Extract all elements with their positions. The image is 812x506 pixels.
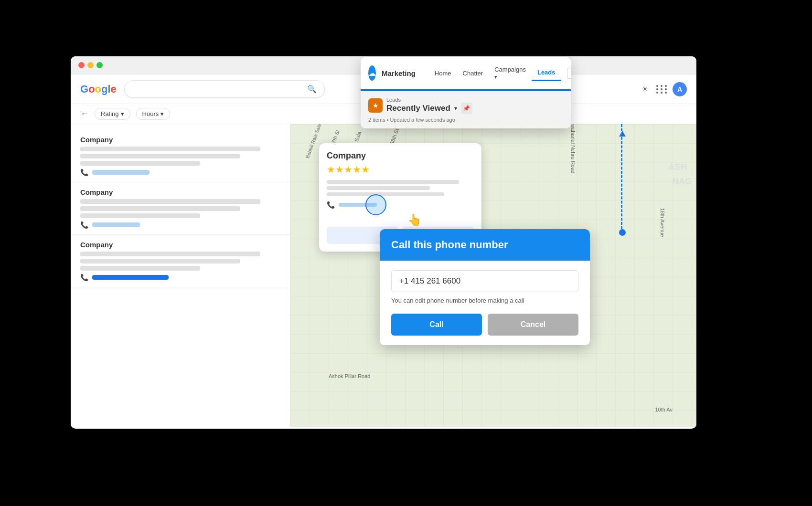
hand-cursor-area: 👆 <box>327 213 474 227</box>
sf-topbar: ☁ Marketing Home Chatter Campaigns ▾ Lea… <box>361 57 571 89</box>
google-search-bar[interactable]: Company 🔍 <box>124 80 325 98</box>
placeholder-line <box>80 206 240 211</box>
map-label: ASH <box>669 162 687 172</box>
map-label: 18th Avenue <box>660 208 666 237</box>
placeholder-line <box>327 192 444 196</box>
sf-sub-info: 2 items • Updated a few seconds ago <box>368 117 563 123</box>
map-label: Ashok Pillar Road <box>329 373 370 379</box>
placeholder-line <box>327 180 459 184</box>
call-actions: Call Cancel <box>391 314 578 336</box>
sf-title-dropdown-button[interactable]: ▾ <box>454 105 457 112</box>
sf-content: ★ Leads Recently Viewed ▾ 📌 2 items • Up… <box>361 91 571 128</box>
brightness-icon[interactable]: ☀ <box>638 83 652 96</box>
popup-phone-row: 📞 <box>327 201 474 209</box>
apps-grid-icon[interactable] <box>655 83 669 96</box>
waypoint-dot <box>619 229 626 236</box>
placeholder-line <box>327 186 430 190</box>
call-popup-body: You can edit phone number before making … <box>380 261 590 345</box>
sf-navigation: Home Chatter Campaigns ▾ Leads <box>429 62 561 84</box>
phone-row: 📞 <box>80 221 280 229</box>
popup-company-name: Company <box>327 151 474 161</box>
sf-title-row: Recently Viewed ▾ 📌 <box>386 103 472 114</box>
placeholder-line <box>80 147 260 151</box>
sf-breadcrumb: Leads <box>386 97 472 103</box>
star-rating: ★★★★★ <box>327 164 474 175</box>
phone-row: 📞 <box>80 169 280 176</box>
sf-nav-home[interactable]: Home <box>429 66 457 81</box>
company-name: Company <box>80 136 280 144</box>
map-label: NAG <box>673 177 692 187</box>
list-item: Company 📞 <box>71 130 290 182</box>
phone-number-input[interactable] <box>391 270 578 292</box>
cancel-button[interactable]: Cancel <box>488 314 578 336</box>
sf-pin-button[interactable]: 📌 <box>461 103 472 114</box>
phone-placeholder <box>92 222 140 227</box>
phone-placeholder <box>92 275 169 280</box>
phone-icon: 📞 <box>80 274 88 281</box>
close-button[interactable] <box>78 62 85 68</box>
sf-nav-chatter[interactable]: Chatter <box>457 66 489 81</box>
placeholder-line <box>80 199 260 204</box>
user-avatar[interactable]: A <box>673 82 687 96</box>
placeholder-line <box>80 154 240 158</box>
phone-icon: 📞 <box>327 201 335 209</box>
company-name: Company <box>80 241 280 249</box>
search-input[interactable]: Company <box>132 85 303 93</box>
arrow-up-icon <box>619 131 626 137</box>
cursor-circle <box>365 194 386 215</box>
sf-top-right: All ▾ 🔍 <box>567 68 571 79</box>
map-label: Jawaharlal Nehru Road <box>571 124 577 173</box>
minimize-button[interactable] <box>87 62 94 68</box>
placeholder-line <box>80 213 200 218</box>
phone-icon: 📞 <box>80 169 88 176</box>
back-button[interactable]: ← <box>80 109 89 119</box>
phone-row: 📞 <box>80 274 280 281</box>
salesforce-logo: ☁ <box>368 65 376 81</box>
chevron-down-icon: ▾ <box>494 74 497 80</box>
maximize-button[interactable] <box>96 62 103 68</box>
call-popup-title: Call this phone number <box>391 239 578 251</box>
google-logo: Google <box>80 83 117 95</box>
call-popup-header: Call this phone number <box>380 229 590 261</box>
sf-nav-leads[interactable]: Leads <box>532 65 561 81</box>
traffic-lights <box>78 62 103 68</box>
phone-icon: 📞 <box>80 221 88 229</box>
placeholder-line <box>80 259 240 264</box>
list-item: Company 📞 <box>71 182 290 235</box>
placeholder-line <box>80 266 200 271</box>
call-button[interactable]: Call <box>391 314 482 336</box>
sf-nav-campaigns[interactable]: Campaigns ▾ <box>489 62 532 84</box>
placeholder-line <box>80 161 200 166</box>
sf-app-name: Marketing <box>382 69 416 77</box>
phone-bar-container <box>339 203 377 207</box>
phone-placeholder <box>92 170 150 175</box>
rating-filter[interactable]: Rating ▾ <box>95 108 130 120</box>
sf-leads-icon: ★ <box>368 98 383 113</box>
placeholder-line <box>80 252 260 256</box>
sf-search-box[interactable]: All ▾ 🔍 <box>567 68 571 79</box>
dashed-line-vertical <box>621 124 622 229</box>
sf-title: Recently Viewed <box>386 104 450 113</box>
edit-hint-text: You can edit phone number before making … <box>391 297 578 304</box>
search-icon: 🔍 <box>307 84 317 94</box>
google-top-right: ☀ A ⓘ <box>638 82 687 96</box>
salesforce-popup: ☁ Marketing Home Chatter Campaigns ▾ Lea… <box>361 57 571 128</box>
call-phone-popup: Call this phone number You can edit phon… <box>380 229 590 345</box>
sf-breadcrumb-row: ★ Leads Recently Viewed ▾ 📌 <box>368 97 563 114</box>
sidebar: Company 📞 Company 📞 <box>71 124 290 427</box>
company-name: Company <box>80 188 280 196</box>
popup-details <box>327 180 474 196</box>
hours-filter[interactable]: Hours ▾ <box>136 108 171 120</box>
map-label: 10th Av <box>655 407 673 412</box>
list-item: Company 📞 <box>71 235 290 287</box>
hand-cursor-icon: 👆 <box>407 213 422 227</box>
